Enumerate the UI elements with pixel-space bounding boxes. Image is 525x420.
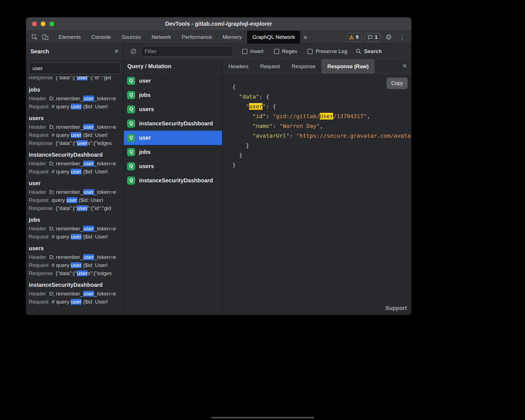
query-list-item[interactable]: Quser bbox=[124, 131, 222, 145]
query-list: QuserQjobsQusersQinstanceSecurityDashboa… bbox=[124, 74, 222, 315]
search-toggle-button[interactable]: Search bbox=[355, 48, 382, 54]
tab-sources[interactable]: Sources bbox=[116, 31, 146, 44]
search-result-line[interactable]: Requestquery user ($id: UserI bbox=[29, 196, 120, 204]
device-toolbar-button[interactable] bbox=[40, 32, 51, 42]
search-match-highlight: user bbox=[71, 234, 82, 240]
search-result-line[interactable]: Request# query user ($id: UserI bbox=[29, 168, 120, 176]
window-title: DevTools - gitlab.com/-/graphql-explorer bbox=[26, 21, 411, 27]
search-result-request-name[interactable]: user bbox=[29, 179, 120, 187]
settings-button[interactable]: ⚙ bbox=[383, 32, 394, 42]
query-type-badge: Q bbox=[127, 77, 135, 85]
search-match-highlight: user bbox=[249, 103, 262, 110]
tab-graphql-network[interactable]: GraphQL Network bbox=[247, 31, 300, 44]
tab-network[interactable]: Network bbox=[146, 31, 176, 44]
query-list-item[interactable]: Qusers bbox=[124, 102, 222, 116]
traffic-lights bbox=[32, 22, 54, 26]
warnings-badge[interactable]: ⚠ 9 bbox=[346, 33, 362, 42]
code-token: "Warren Day" bbox=[280, 123, 320, 129]
search-result-line[interactable]: Response{"data":{"users":{"edges bbox=[29, 269, 120, 277]
checkbox-preserve-log[interactable]: Preserve Log bbox=[307, 48, 347, 54]
filter-bar: InvertRegexPreserve Log Search bbox=[124, 44, 411, 59]
close-button[interactable] bbox=[32, 22, 37, 26]
search-result-line[interactable]: Response{"data":{"user":{"id":"gid bbox=[29, 76, 120, 82]
search-result-line[interactable]: Request# query user ($id: UserI bbox=[29, 102, 120, 111]
result-text: ":{"id":"gid bbox=[88, 205, 111, 211]
code-token bbox=[232, 113, 252, 120]
search-match-highlight: user bbox=[71, 299, 82, 305]
search-match-highlight: user bbox=[77, 140, 88, 146]
copy-button[interactable]: Copy bbox=[386, 78, 408, 89]
inspect-element-button[interactable] bbox=[29, 32, 40, 42]
query-list-header: Query / Mutation bbox=[124, 59, 222, 74]
more-tabs-button[interactable]: » bbox=[300, 34, 311, 41]
search-result-request-name[interactable]: instanceSecurityDashboard bbox=[29, 151, 120, 159]
search-result-line[interactable]: HeaderD; remember_user_token=e bbox=[29, 225, 120, 233]
code-token: } bbox=[232, 152, 242, 159]
tab-performance[interactable]: Performance bbox=[176, 31, 217, 44]
search-match-highlight: user bbox=[66, 197, 77, 203]
support-link[interactable]: Support bbox=[385, 305, 407, 311]
query-list-item[interactable]: Quser bbox=[124, 74, 222, 88]
search-result-request-name[interactable]: jobs bbox=[29, 216, 120, 224]
query-list-item[interactable]: Qjobs bbox=[124, 88, 222, 102]
search-toggle-label: Search bbox=[364, 48, 382, 54]
menu-button[interactable]: ⋮ bbox=[397, 32, 407, 42]
query-type-badge: Q bbox=[127, 176, 135, 185]
result-line-label: Response bbox=[29, 205, 53, 211]
result-line-label: Response bbox=[29, 140, 53, 146]
result-line-label: Request bbox=[29, 132, 49, 138]
query-list-item[interactable]: Qjobs bbox=[124, 145, 222, 159]
tab-console[interactable]: Console bbox=[86, 31, 116, 44]
clear-requests-button[interactable] bbox=[128, 46, 139, 57]
search-result-line[interactable]: Request# query user ($id: UserI bbox=[29, 233, 120, 241]
search-result-line[interactable]: Request# query user ($id: UserI bbox=[29, 261, 120, 269]
code-token: , bbox=[320, 123, 323, 129]
search-result-request-name[interactable]: instanceSecurityDashboard bbox=[29, 281, 120, 289]
search-match-highlight: user bbox=[83, 254, 94, 260]
result-text: ($id: UserI bbox=[82, 299, 108, 305]
result-text: D; remember_ bbox=[49, 161, 83, 166]
result-text: ($id: UserI bbox=[82, 169, 108, 175]
code-token: : bbox=[273, 123, 280, 129]
search-result-request-name[interactable]: jobs bbox=[29, 85, 120, 94]
filter-input[interactable] bbox=[141, 46, 233, 57]
close-details-button[interactable]: × bbox=[402, 62, 407, 70]
tab-elements[interactable]: Elements bbox=[53, 31, 86, 44]
search-result-line[interactable]: HeaderD; remember_user_token=e bbox=[29, 290, 120, 298]
search-result-request-name[interactable]: users bbox=[29, 244, 120, 252]
search-result-line[interactable]: HeaderD; remember_user_token=e bbox=[29, 253, 120, 261]
devtools-tab-label: Performance bbox=[182, 34, 212, 40]
query-list-item[interactable]: QinstanceSecurityDashboard bbox=[124, 173, 222, 188]
search-result-line[interactable]: Request# query user ($id: UserI bbox=[29, 298, 120, 306]
result-text: _token=e bbox=[94, 254, 116, 260]
search-result-line[interactable]: HeaderD; remember_user_token=e bbox=[29, 94, 120, 102]
query-list-item[interactable]: Qusers bbox=[124, 159, 222, 173]
tab-request[interactable]: Request bbox=[254, 59, 286, 73]
search-result-line[interactable]: HeaderD; remember_user_token=e bbox=[29, 159, 120, 168]
code-token: : bbox=[290, 132, 296, 139]
result-text: ($id: UserI bbox=[82, 234, 108, 240]
minimize-button[interactable] bbox=[41, 22, 46, 26]
code-token: , bbox=[367, 113, 370, 120]
tab-response[interactable]: Response bbox=[286, 59, 322, 73]
zoom-button[interactable] bbox=[49, 22, 54, 26]
search-result-line[interactable]: HeaderD; remember_user_token=e bbox=[29, 123, 120, 131]
search-input[interactable] bbox=[29, 63, 120, 74]
tab-memory[interactable]: Memory bbox=[217, 31, 247, 44]
checkbox-regex[interactable]: Regex bbox=[274, 48, 297, 54]
query-list-item[interactable]: QinstanceSecurityDashboard bbox=[124, 116, 222, 131]
screen-background: DevTools - gitlab.com/-/graphql-explorer… bbox=[0, 0, 525, 420]
tab-response-raw[interactable]: Response (Raw) bbox=[321, 59, 374, 73]
code-token: : bbox=[266, 113, 273, 120]
tab-headers[interactable]: Headers bbox=[223, 59, 254, 73]
search-result-request-name[interactable]: users bbox=[29, 114, 120, 122]
close-search-button[interactable]: × bbox=[114, 48, 119, 55]
checkbox-invert[interactable]: Invert bbox=[242, 48, 264, 54]
search-match-highlight: user bbox=[71, 169, 82, 175]
search-result-line[interactable]: HeaderD; remember_user_token=e bbox=[29, 188, 120, 196]
code-line: { bbox=[232, 82, 411, 92]
issues-badge[interactable]: 1 bbox=[364, 33, 381, 42]
search-result-line[interactable]: Response{"data":{"users":{"edges bbox=[29, 139, 120, 147]
search-result-line[interactable]: Response{"data":{"user":{"id":"gid bbox=[29, 204, 120, 212]
search-result-line[interactable]: Request# query user ($id: UserI bbox=[29, 131, 120, 139]
